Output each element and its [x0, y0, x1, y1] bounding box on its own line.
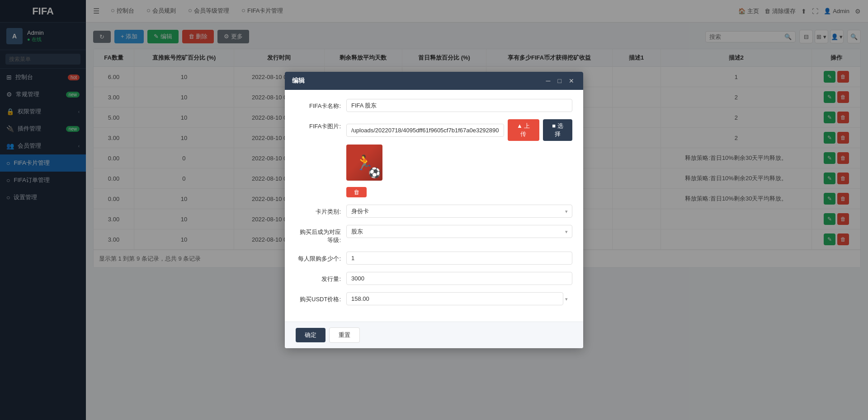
limit-label: 每人限购多少个: — [296, 252, 341, 263]
modal-title: 编辑 — [292, 77, 305, 85]
form-row-issue: 发行量: — [296, 272, 572, 285]
card-name-control — [346, 99, 572, 112]
price-label: 购买USDT价格: — [296, 292, 341, 303]
form-row-limit: 每人限购多少个: — [296, 252, 572, 265]
price-control: ▾ — [346, 292, 572, 305]
card-name-label: FIFA卡名称: — [296, 99, 341, 110]
modal-minimize-btn[interactable]: ─ — [544, 76, 552, 85]
modal-body: FIFA卡名称: FIFA卡图片: /uploads/20220718/4095… — [285, 90, 583, 322]
modal-close-btn[interactable]: ✕ — [567, 76, 576, 85]
form-row-level: 购买后成为对应等级: 股东 普通会员 VIP ▾ — [296, 225, 572, 244]
form-row-price: 购买USDT价格: ▾ — [296, 292, 572, 305]
file-path-display: /uploads/20220718/4095dff61f9605cf7b1f67… — [346, 124, 504, 137]
reset-button[interactable]: 重置 — [329, 327, 360, 343]
card-name-input[interactable] — [346, 99, 572, 112]
modal-header-actions: ─ □ ✕ — [544, 76, 576, 85]
confirm-button[interactable]: 确定 — [296, 328, 326, 342]
image-preview-wrap: 🏃 🗑 — [346, 145, 572, 197]
delete-image-btn[interactable]: 🗑 — [346, 187, 367, 197]
issue-label: 发行量: — [296, 272, 341, 283]
edit-modal: 编辑 ─ □ ✕ FIFA卡名称: FIFA卡图片: /uploads/2022 — [285, 72, 583, 348]
price-arrow-icon: ▾ — [565, 296, 568, 302]
modal-header: 编辑 ─ □ ✕ — [285, 72, 583, 90]
player-emoji: 🏃 — [355, 154, 373, 171]
modal-footer: 确定 重置 — [285, 322, 583, 348]
choose-button[interactable]: ■ 选择 — [543, 119, 572, 141]
file-path-row: /uploads/20220718/4095dff61f9605cf7b1f67… — [346, 119, 572, 141]
card-image-label: FIFA卡图片: — [296, 119, 341, 131]
upload-button[interactable]: ▲ 上传 — [508, 119, 539, 141]
issue-input[interactable] — [346, 272, 572, 285]
limit-input[interactable] — [346, 252, 572, 265]
card-type-control: 身份卡 普通卡 特殊卡 ▾ — [346, 205, 572, 218]
limit-control — [346, 252, 572, 265]
form-row-card-name: FIFA卡名称: — [296, 99, 572, 112]
card-type-select[interactable]: 身份卡 普通卡 特殊卡 — [346, 205, 572, 218]
image-preview: 🏃 — [346, 145, 382, 181]
price-input[interactable] — [346, 292, 563, 305]
level-select[interactable]: 股东 普通会员 VIP — [346, 225, 572, 238]
level-label: 购买后成为对应等级: — [296, 225, 341, 244]
modal-restore-btn[interactable]: □ — [556, 76, 563, 85]
card-image-control: /uploads/20220718/4095dff61f9605cf7b1f67… — [346, 119, 572, 197]
level-control: 股东 普通会员 VIP ▾ — [346, 225, 572, 238]
issue-control — [346, 272, 572, 285]
card-type-label: 卡片类别: — [296, 205, 341, 216]
delete-img-wrap: 🗑 — [346, 183, 572, 197]
form-row-card-image: FIFA卡图片: /uploads/20220718/4095dff61f960… — [296, 119, 572, 197]
form-row-card-type: 卡片类别: 身份卡 普通卡 特殊卡 ▾ — [296, 205, 572, 218]
modal-overlay[interactable]: 编辑 ─ □ ✕ FIFA卡名称: FIFA卡图片: /uploads/2022 — [0, 0, 868, 420]
